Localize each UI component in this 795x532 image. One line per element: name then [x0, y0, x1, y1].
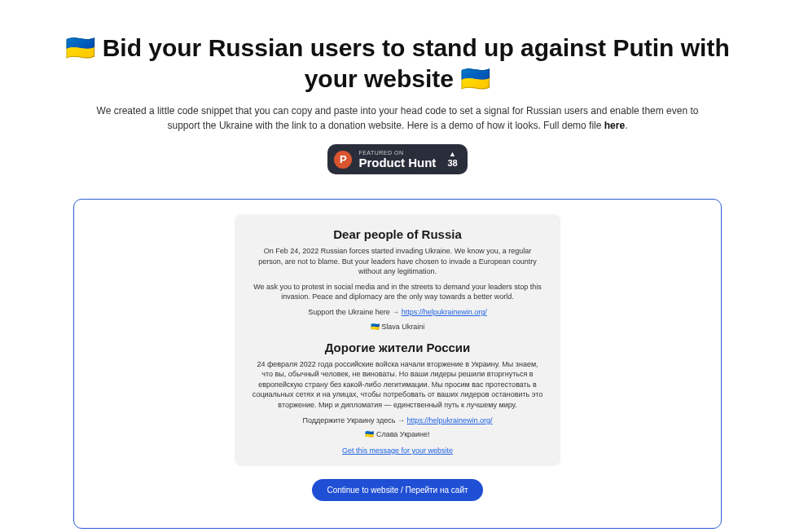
- upvote-box: ▲ 38: [447, 151, 457, 168]
- support-pre-en: Support the Ukraine here →: [308, 308, 402, 316]
- page-title: 🇺🇦 Bid your Russian users to stand up ag…: [49, 33, 746, 94]
- message-title-ru: Дорогие жители России: [251, 341, 544, 354]
- demo-file-link[interactable]: here: [604, 120, 625, 131]
- page-header: 🇺🇦 Bid your Russian users to stand up ag…: [0, 0, 795, 184]
- slava-ru: 🇺🇦 Слава Украине!: [251, 430, 544, 438]
- upvote-count: 38: [447, 159, 457, 168]
- title-text: Bid your Russian users to stand up again…: [103, 34, 730, 92]
- upvote-triangle-icon: ▲: [449, 151, 456, 158]
- continue-button[interactable]: Continue to website / Перейти на сайт: [312, 479, 482, 501]
- message-card: Dear people of Russia On Feb 24, 2022 Ru…: [235, 214, 560, 466]
- product-hunt-logo-icon: P: [334, 151, 352, 169]
- support-link-ru[interactable]: https://helpukrainewin.org/: [406, 416, 492, 424]
- support-pre-ru: Поддержите Украину здесь →: [302, 416, 406, 424]
- message-body-en-2: We ask you to protest in social media an…: [251, 282, 544, 302]
- flag-icon: 🇺🇦: [65, 34, 95, 61]
- featured-label: FEATURED ON: [358, 150, 436, 156]
- message-title-en: Dear people of Russia: [251, 227, 544, 241]
- product-hunt-text: FEATURED ON Product Hunt: [358, 150, 436, 169]
- message-block-ru: Дорогие жители России 24 февраля 2022 го…: [251, 341, 544, 439]
- support-line-ru: Поддержите Украину здесь → https://helpu…: [251, 415, 544, 426]
- get-message-link[interactable]: Get this message for your website: [251, 446, 544, 455]
- support-link-en[interactable]: https://helpukrainewin.org/: [402, 308, 487, 316]
- slava-en: 🇺🇦 Slava Ukraini: [251, 323, 544, 331]
- product-hunt-badge[interactable]: P FEATURED ON Product Hunt ▲ 38: [327, 144, 467, 174]
- support-line-en: Support the Ukraine here → https://helpu…: [251, 307, 544, 318]
- message-body-ru: 24 февраля 2022 года российские войска н…: [251, 359, 544, 411]
- message-block-en: Dear people of Russia On Feb 24, 2022 Ru…: [251, 227, 544, 331]
- demo-frame: Dear people of Russia On Feb 24, 2022 Ru…: [73, 199, 722, 529]
- page-subtitle: We created a little code snippet that yo…: [80, 103, 715, 133]
- message-body-en-1: On Feb 24, 2022 Russian forces started i…: [251, 246, 544, 277]
- product-hunt-name: Product Hunt: [358, 156, 436, 169]
- flag-icon: 🇺🇦: [460, 65, 490, 92]
- subtitle-end: .: [625, 120, 627, 131]
